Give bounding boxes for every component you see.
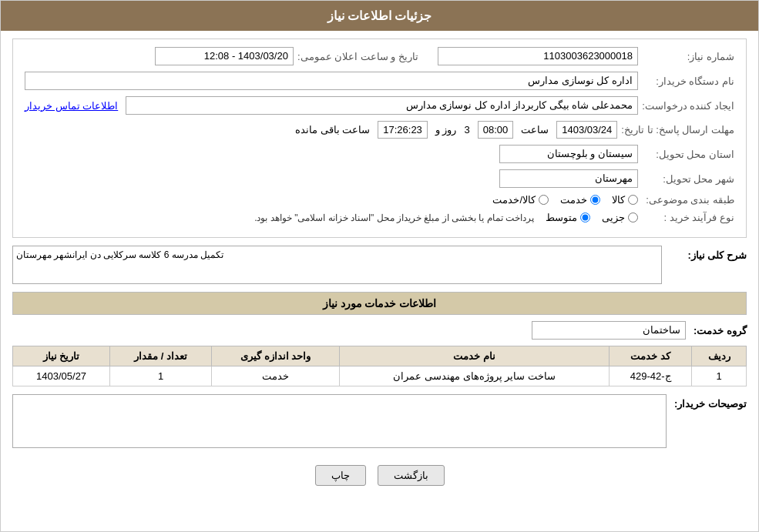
radio-kala-khedmat-label: کالا/خدمت bbox=[492, 194, 536, 206]
form-section-main: شماره نیاز: 1103003623000018 تاریخ و ساع… bbox=[12, 38, 747, 238]
cell-tedad: 1 bbox=[110, 366, 212, 386]
col-kod-khedmat: کد خدمت bbox=[609, 346, 691, 366]
sharh-koli-box: تکمیل مدرسه 6 کلاسه سرکلایی دن ایرانشهر … bbox=[12, 246, 662, 284]
sharh-koli-label: شرح کلی نیاز: bbox=[670, 246, 747, 261]
nam-dastgah-label: نام دستگاه خریدار: bbox=[642, 75, 734, 87]
bazgasht-button[interactable]: بازگشت bbox=[378, 465, 445, 486]
nam-dastgah-value: اداره کل نوسازی مدارس bbox=[25, 72, 638, 90]
roz-label: روز و bbox=[435, 124, 457, 136]
noe-farayand-radio-group: جزیی متوسط bbox=[546, 212, 638, 223]
row-ijad-konande: ایجاد کننده درخواست: محمدعلی شاه بیگی کا… bbox=[25, 96, 734, 115]
cell-kod-khedmat: ج-42-429 bbox=[609, 366, 691, 386]
page-header: جزئیات اطلاعات نیاز bbox=[1, 1, 758, 31]
noe-farayand-note: پرداخت تمام یا بخشی از مبلغ خریداز محل "… bbox=[254, 212, 534, 223]
tabaqe-radio-group: کالا خدمت کالا/خدمت bbox=[492, 194, 638, 206]
tarikh-value: 1403/03/20 - 12:08 bbox=[155, 47, 294, 65]
shahr-value: مهرستان bbox=[499, 169, 638, 188]
radio-kala: کالا bbox=[612, 194, 638, 206]
mohlat-label: مهلت ارسال پاسخ: تا تاریخ: bbox=[621, 124, 734, 136]
mohlat-saat: 08:00 bbox=[478, 121, 514, 139]
cell-radif: 1 bbox=[692, 366, 747, 386]
ijad-konande-label: ایجاد کننده درخواست: bbox=[642, 100, 734, 112]
services-table: ردیف کد خدمت نام خدمت واحد اندازه گیری ت… bbox=[12, 346, 747, 386]
radio-jozii-input[interactable] bbox=[628, 212, 638, 223]
ostan-label: استان محل تحویل: bbox=[642, 149, 734, 160]
radio-jozii: جزیی bbox=[602, 212, 638, 223]
radio-khedmat-input[interactable] bbox=[590, 195, 600, 205]
shomare-niaz-value: 1103003623000018 bbox=[438, 47, 638, 65]
noe-farayand-label: نوع فرآیند خرید : bbox=[642, 212, 734, 223]
ijad-konande-link[interactable]: اطلاعات تماس خریدار bbox=[25, 100, 118, 112]
col-nam-khedmat: نام خدمت bbox=[340, 346, 610, 366]
page-title: جزئیات اطلاعات نیاز bbox=[327, 9, 432, 22]
tosifat-label: توصیحات خریدار: bbox=[674, 394, 747, 410]
saat-label-static: ساعت bbox=[521, 124, 549, 136]
countdown-value: 17:26:23 bbox=[378, 121, 428, 139]
sharh-section: شرح کلی نیاز: تکمیل مدرسه 6 کلاسه سرکلای… bbox=[12, 246, 747, 284]
table-header-row: ردیف کد خدمت نام خدمت واحد اندازه گیری ت… bbox=[13, 346, 747, 366]
grohe-khedmat-label: گروه خدمت: bbox=[694, 325, 747, 336]
radio-kala-input[interactable] bbox=[628, 195, 638, 205]
table-head: ردیف کد خدمت نام خدمت واحد اندازه گیری ت… bbox=[13, 346, 747, 366]
sharh-row: شرح کلی نیاز: تکمیل مدرسه 6 کلاسه سرکلای… bbox=[12, 246, 747, 284]
saat-baqi-label: ساعت باقی مانده bbox=[295, 124, 370, 136]
row-shahr: شهر محل تحویل: مهرستان bbox=[25, 169, 734, 188]
shahr-label: شهر محل تحویل: bbox=[642, 173, 734, 185]
cell-nam-khedmat: ساخت سایر پروژه‌های مهندسی عمران bbox=[340, 366, 610, 386]
cell-tarikh: 1403/05/27 bbox=[13, 366, 110, 386]
chap-button[interactable]: چاپ bbox=[315, 465, 366, 486]
row-mohlat: مهلت ارسال پاسخ: تا تاریخ: 1403/03/24 سا… bbox=[25, 121, 734, 139]
row-shomare-tarikh: شماره نیاز: 1103003623000018 تاریخ و ساع… bbox=[25, 47, 734, 65]
table-body: 1 ج-42-429 ساخت سایر پروژه‌های مهندسی عم… bbox=[13, 366, 747, 386]
radio-motavasset: متوسط bbox=[546, 212, 590, 223]
radio-khedmat: خدمت bbox=[560, 194, 600, 206]
ostan-value: سیستان و بلوچستان bbox=[499, 145, 638, 163]
radio-motavasset-input[interactable] bbox=[580, 212, 590, 223]
radio-motavasset-label: متوسط bbox=[546, 212, 577, 223]
sharh-koli-value: تکمیل مدرسه 6 کلاسه سرکلایی دن ایرانشهر … bbox=[16, 249, 223, 260]
col-tarikh: تاریخ نیاز bbox=[13, 346, 110, 366]
khadamat-section-title: اطلاعات خدمات مورد نیاز bbox=[12, 292, 747, 315]
buttons-row: بازگشت چاپ bbox=[12, 457, 747, 494]
grohe-khedmat-value: ساختمان bbox=[532, 321, 686, 340]
content-area: شماره نیاز: 1103003623000018 تاریخ و ساع… bbox=[1, 31, 758, 501]
radio-kala-khedmat-input[interactable] bbox=[539, 195, 549, 205]
table-row: 1 ج-42-429 ساخت سایر پروژه‌های مهندسی عم… bbox=[13, 366, 747, 386]
radio-jozii-label: جزیی bbox=[602, 212, 625, 223]
tosifat-textarea[interactable] bbox=[12, 394, 667, 448]
row-ostan: استان محل تحویل: سیستان و بلوچستان bbox=[25, 145, 734, 163]
row-nam-dastgah: نام دستگاه خریدار: اداره کل نوسازی مدارس bbox=[25, 72, 734, 90]
col-tedad: تعداد / مقدار bbox=[110, 346, 212, 366]
row-tabaqe: طبقه بندی موضوعی: کالا خدمت کالا/خدمت bbox=[25, 194, 734, 206]
col-radif: ردیف bbox=[692, 346, 747, 366]
ijad-konande-value: محمدعلی شاه بیگی کاربرداز اداره کل نوساز… bbox=[126, 96, 638, 115]
mohlat-date: 1403/03/24 bbox=[556, 121, 617, 139]
tosifat-section: توصیحات خریدار: bbox=[12, 394, 747, 448]
radio-kala-khedmat: کالا/خدمت bbox=[492, 194, 549, 206]
row-noe-farayand: نوع فرآیند خرید : جزیی متوسط پرداخت تمام… bbox=[25, 212, 734, 223]
radio-kala-label: کالا bbox=[612, 194, 625, 206]
col-vahed: واحد اندازه گیری bbox=[212, 346, 340, 366]
tabaqe-label: طبقه بندی موضوعی: bbox=[642, 194, 734, 206]
grohe-khedmat-row: گروه خدمت: ساختمان bbox=[12, 321, 747, 340]
shomare-niaz-label: شماره نیاز: bbox=[642, 51, 734, 62]
radio-khedmat-label: خدمت bbox=[560, 194, 587, 206]
cell-vahed: خدمت bbox=[212, 366, 340, 386]
roz-value: 3 bbox=[464, 124, 469, 136]
table-section: ردیف کد خدمت نام خدمت واحد اندازه گیری ت… bbox=[12, 346, 747, 386]
page-wrapper: جزئیات اطلاعات نیاز شماره نیاز: 11030036… bbox=[0, 0, 759, 532]
tarikh-label: تاریخ و ساعت اعلان عمومی: bbox=[297, 51, 418, 62]
